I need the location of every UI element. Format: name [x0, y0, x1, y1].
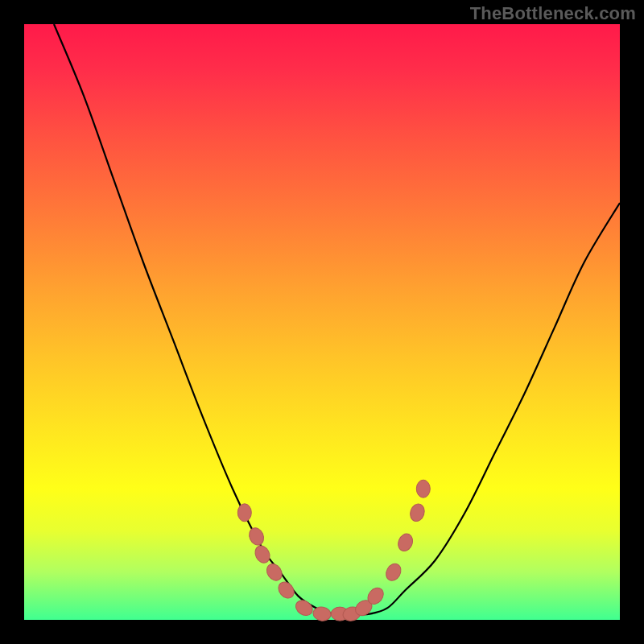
highlight-dot	[396, 531, 415, 553]
highlight-dot	[252, 543, 272, 565]
highlight-dot	[293, 597, 316, 618]
highlight-dot	[246, 526, 266, 547]
plot-area	[24, 24, 620, 620]
bottleneck-curve	[54, 24, 620, 614]
watermark-text: TheBottleneck.com	[470, 3, 636, 24]
chart-svg	[24, 24, 620, 620]
highlight-dot	[416, 480, 430, 497]
highlight-dot	[275, 579, 297, 601]
highlight-dot	[408, 502, 427, 523]
highlight-dot	[237, 504, 251, 522]
highlight-dot	[383, 561, 404, 583]
highlight-dots	[237, 480, 430, 622]
highlight-dot	[264, 561, 285, 584]
chart-frame: TheBottleneck.com	[0, 0, 644, 644]
